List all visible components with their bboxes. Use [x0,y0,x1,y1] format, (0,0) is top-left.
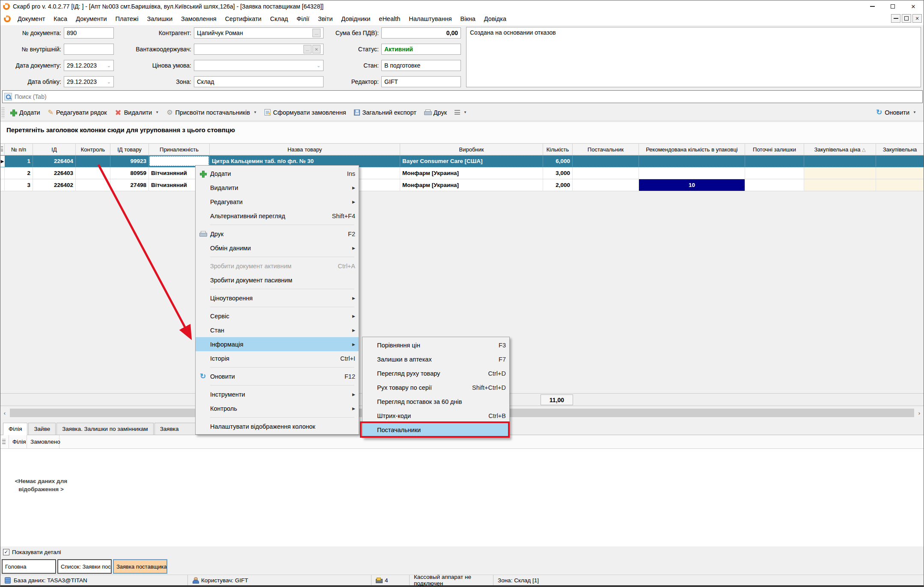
mdi-close-button[interactable]: ✕ [912,14,922,23]
context-menu-tools[interactable]: Інструменти ▶ [196,387,359,401]
context-menu-information[interactable]: Інформація ▶ [196,337,359,351]
menu-directories[interactable]: Довідники [337,14,374,24]
mdi-minimize-button[interactable] [891,14,900,23]
context-menu-edit[interactable]: Редагувати ▶ [196,195,359,209]
print-button[interactable]: Друк [420,106,451,119]
doc-tab-holovna[interactable]: Головна [2,559,56,574]
menu-stocks[interactable]: Залишки [143,14,177,24]
context-menu-configure-columns[interactable]: Налаштувати відображення колонок [196,419,359,433]
maximize-button[interactable] [882,0,903,12]
column-header-manufacturer[interactable]: Виробник [400,144,543,155]
consignee-lookup-button[interactable]: ... [303,45,312,53]
menu-settings[interactable]: Налаштування [404,14,456,24]
comment-box[interactable]: Создана на основании отказов [466,27,921,87]
submenu-price-comparison[interactable]: Порівняння цін F3 [362,338,509,352]
layout-list-button[interactable]: ▼ [451,106,471,119]
context-menu-data-exchange[interactable]: Обмін даними ▶ [196,241,359,255]
tab-zaive[interactable]: Зайве [28,423,56,435]
submenu-suppliers[interactable]: Постачальники [362,423,509,437]
context-menu-pricing[interactable]: Ціноутворення ▶ [196,291,359,305]
column-header-product-id[interactable]: ІД товару [110,144,149,155]
doc-date-combobox[interactable]: 29.12.2023⌄ [64,60,114,71]
group-by-hint[interactable]: Перетягніть заголовок колонки сюди для у… [0,122,924,143]
context-menu-alt-view[interactable]: Альтернативний перегляд Shift+F4 [196,209,359,223]
minimize-button[interactable] [862,0,882,12]
column-header-purchase2[interactable]: Закупівельна [876,144,924,155]
submenu-pharmacy-stocks[interactable]: Залишки в аптеках F7 [362,352,509,366]
menu-windows[interactable]: Вікна [456,14,480,24]
column-header-npp[interactable]: № п/п [5,144,33,155]
cell-supplier [573,179,639,191]
context-menu-add[interactable]: Додати Ins [196,166,359,181]
scroll-right-arrow[interactable]: › [915,407,924,419]
column-chooser-button[interactable] [0,435,9,448]
menu-warehouse[interactable]: Склад [266,14,292,24]
scroll-left-arrow[interactable]: ‹ [0,407,9,419]
submenu-movement-by-series[interactable]: Рух товару по серії Shift+Ctrl+D [362,380,509,394]
menu-payments[interactable]: Платежі [111,14,143,24]
submenu-product-movement[interactable]: Перегляд руху товару Ctrl+D [362,366,509,380]
chevron-down-icon[interactable]: ⌄ [107,63,111,68]
table-row-3[interactable]: 3 226402 27498 Вітчизняний Монфарм [Укра… [0,179,924,191]
context-menu-make-passive[interactable]: Зробити документ пасивним [196,273,359,287]
general-export-button[interactable]: Загальний експорт [350,106,420,119]
search-input[interactable] [15,93,922,100]
context-menu-history[interactable]: Історія Ctrl+I [196,351,359,365]
subcolumn-zamovleno[interactable]: Замовлено [27,435,59,448]
column-header-quantity[interactable]: Кількість [543,144,573,155]
context-menu-delete[interactable]: Видалити ▶ [196,181,359,195]
menu-documents[interactable]: Документи [71,14,111,24]
column-header-origin[interactable]: Приналежність [149,144,210,155]
table-row-1[interactable]: ▶ 1 226404 99923 Цитра Кальцемин таб. п/… [0,155,924,167]
zone-field[interactable]: Склад [194,76,324,87]
create-order-button[interactable]: Сформувати замовлення [261,106,350,119]
column-header-current-stock[interactable]: Поточні залишки [745,144,804,155]
column-header-supplier[interactable]: Постачальник [573,144,639,155]
account-date-combobox[interactable]: 29.12.2023⌄ [64,76,114,87]
assign-suppliers-button[interactable]: ⚙Присвоїти постачальників▼ [163,106,261,119]
internal-number-field[interactable] [64,44,114,55]
chevron-down-icon[interactable]: ⌄ [107,79,111,85]
contractor-field[interactable]: Цапийчук Роман... [194,27,324,39]
subcolumn-filia[interactable]: Філія [9,435,27,448]
menu-orders[interactable]: Замовлення [177,14,221,24]
edit-row-button[interactable]: ✎Редагувати рядок [44,106,111,119]
column-header-product-name[interactable]: Назва товару [210,144,400,155]
tab-zalyshky-zaminnyky[interactable]: Заявка. Залишки по замінникам [56,423,153,435]
tab-filia[interactable]: Філія [3,423,27,435]
menu-help[interactable]: Довідка [480,14,511,24]
consignee-field[interactable]: ...✕ [194,44,324,55]
close-button[interactable]: ✕ [903,0,924,12]
toolbar-grip[interactable] [1,107,4,118]
menu-ehealth[interactable]: eHealth [374,14,404,24]
doc-tab-spysok[interactable]: Список: Заявки пост ... [57,559,112,574]
column-header-control[interactable]: Контроль [76,144,110,155]
menu-reports[interactable]: Звіти [314,14,337,24]
submenu-barcodes[interactable]: Штрих-коди Ctrl+B [362,409,509,423]
table-row-2[interactable]: 2 226403 80959 Вітчизняний Монфарм [Укра… [0,167,924,179]
menu-certificates[interactable]: Сертифікати [221,14,266,24]
delete-button[interactable]: Видалити▼ [111,106,163,119]
menu-kasa[interactable]: Каса [49,14,71,24]
context-menu-state[interactable]: Стан ▶ [196,323,359,337]
mdi-restore-button[interactable] [902,14,911,23]
context-menu-print[interactable]: Друк F2 [196,227,359,241]
menu-document[interactable]: Документ [13,14,49,24]
show-details-checkbox[interactable]: ✓ [3,549,9,555]
column-header-purchase-price[interactable]: Закупівельна ціна △ [804,144,876,155]
add-button[interactable]: Додати [6,106,44,119]
column-header-recommended[interactable]: Рекомендована кількість в упаковці [639,144,745,155]
cell-recommended[interactable]: 10 [639,179,745,191]
menu-branches[interactable]: Філії [292,14,314,24]
origin-edit-box[interactable] [149,156,209,166]
context-menu-service[interactable]: Сервіс ▶ [196,309,359,323]
context-menu-refresh[interactable]: ↻ Оновити F12 [196,369,359,383]
column-chooser-button[interactable] [0,144,5,155]
context-menu-control[interactable]: Контроль ▶ [196,401,359,415]
column-header-id[interactable]: ІД [33,144,76,155]
price-condition-combobox[interactable]: ⌄ [194,60,324,71]
doc-tab-zaiavka-postachalnykam[interactable]: Заявка поставщикам .. [113,559,167,574]
refresh-button[interactable]: ↻Оновити▼ [872,106,920,119]
doc-number-field[interactable]: 890 [64,27,114,39]
submenu-deliveries-60-days[interactable]: Перегляд поставок за 60 днів [362,394,509,409]
